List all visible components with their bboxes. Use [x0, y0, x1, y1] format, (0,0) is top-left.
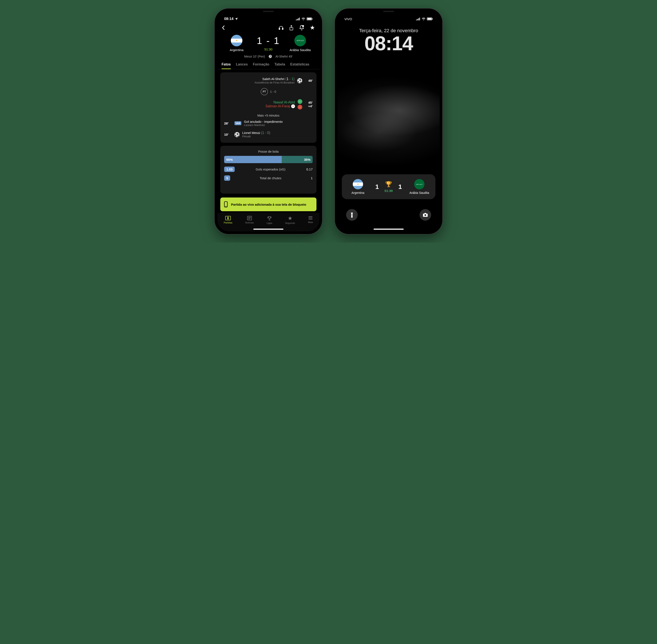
nav-matches-label: Partidas	[224, 221, 232, 224]
away-team[interactable]: لا إله إلا الله Arábia Saudita	[287, 35, 313, 52]
argentina-flag-icon	[231, 35, 243, 46]
timeline-var[interactable]: 28' VAR Gol anulado - impedimento Lautar…	[224, 119, 313, 128]
ball-icon	[234, 132, 240, 137]
nav-following[interactable]: Seguindo	[285, 216, 295, 224]
location-icon	[235, 17, 238, 21]
svg-rect-6	[312, 18, 312, 20]
notch	[251, 8, 286, 16]
possession-home: 65%	[224, 156, 282, 163]
audio-icon[interactable]	[278, 25, 284, 30]
camera-button[interactable]	[420, 209, 431, 221]
sub-out-icon: →	[298, 105, 302, 110]
svg-rect-1	[297, 19, 298, 20]
match-clock: 51:30	[264, 47, 272, 51]
xg-away: 0.17	[307, 167, 313, 171]
svg-text:+: +	[303, 26, 303, 27]
injury-icon: +	[291, 104, 295, 108]
stat-shots-row: 5 Total de chutes 1	[224, 176, 313, 181]
notch	[371, 8, 406, 16]
halftime-badge: PT	[260, 88, 268, 95]
status-carrier: VIVO	[344, 17, 352, 21]
favorite-icon[interactable]	[310, 25, 315, 30]
svg-rect-34	[425, 213, 426, 214]
goal-home-note: Pênalti	[242, 135, 270, 138]
goal-away-time: 49'	[305, 79, 313, 83]
back-button[interactable]	[222, 25, 225, 30]
timeline-goal-away[interactable]: Saleh Al-Shehri (1 - 1) Assistência de F…	[224, 76, 313, 85]
scoreboard: Argentina 1 - 1 51:30 لا إله إلا الله Ar…	[217, 32, 319, 52]
ball-icon: ⚽	[268, 55, 272, 58]
away-team-name: Arábia Saudita	[290, 48, 311, 52]
nav-more[interactable]: Mais	[308, 216, 313, 224]
app-screen: 08:14 + Argentina	[217, 11, 319, 231]
nav-news[interactable]: Notícias	[245, 216, 254, 224]
xg-label: Gols esperados (xG)	[256, 167, 285, 171]
svg-point-31	[352, 214, 352, 215]
lockscreen-toast[interactable]: Partida ao vivo adicionada à sua tela de…	[220, 198, 316, 211]
possession-away: 35%	[282, 156, 313, 163]
match-tabs: Fatos Lances Formação Tabela Estatística…	[217, 60, 319, 69]
halftime-score: 1 - 0	[270, 90, 276, 93]
flashlight-button[interactable]	[346, 209, 358, 221]
app-header: +	[217, 23, 319, 32]
scorers-away: Al-Shehri 49'	[275, 55, 293, 58]
lock-time: 08:14	[338, 33, 440, 53]
svg-rect-7	[279, 28, 280, 30]
scorers-summary: Messi 10' (Pen) ⚽ Al-Shehri 49'	[217, 52, 319, 60]
tab-facts[interactable]: Fatos	[222, 63, 231, 69]
sub-in-time: 45'	[305, 101, 313, 104]
widget-away-score: 1	[398, 183, 402, 190]
phone-left: 08:14 + Argentina	[215, 8, 322, 234]
tab-table[interactable]: Tabela	[274, 63, 285, 69]
var-title: Gol anulado - impedimento	[244, 120, 282, 123]
widget-home-score: 1	[375, 183, 379, 190]
live-activity-widget[interactable]: Argentina 1 🏆 51:39 1 لا إله إلا الله Ar…	[342, 174, 435, 199]
notification-icon[interactable]: +	[299, 25, 304, 30]
svg-rect-27	[419, 18, 420, 20]
nav-matches[interactable]: Partidas	[224, 216, 232, 224]
saudi-arabia-flag-icon: لا إله إلا الله	[414, 179, 425, 189]
svg-rect-13	[225, 206, 227, 207]
timeline-goal-home[interactable]: 10' Lionel Messi (1 - 0) Pênalti	[224, 130, 313, 139]
var-badge: VAR	[234, 121, 241, 125]
bottom-nav: Partidas Notícias Ligas Seguindo Mais	[217, 213, 319, 231]
share-icon[interactable]	[289, 25, 294, 30]
svg-rect-8	[282, 28, 283, 30]
possession-title: Posse de bola	[224, 150, 313, 153]
tab-lineup[interactable]: Formação	[253, 63, 269, 69]
var-player: Lautaro Martinez	[244, 123, 282, 127]
scorers-home: Messi 10' (Pen)	[244, 55, 265, 58]
argentina-flag-icon	[353, 179, 363, 189]
signal-icon	[296, 17, 300, 20]
shots-label: Total de chutes	[260, 176, 281, 180]
stat-xg-row: 1.03 Gols esperados (xG) 0.17	[224, 167, 313, 172]
goal-away-player: Saleh Al-Shehri	[262, 77, 284, 81]
svg-rect-24	[416, 20, 417, 20]
xg-home: 1.03	[224, 167, 235, 172]
score-display: 1 - 1	[257, 36, 280, 46]
goal-away-assist: Assistência de Firas Al-Buraikan	[255, 81, 295, 84]
tab-stats[interactable]: Estatísticas	[290, 63, 310, 69]
widget-home-name: Argentina	[352, 191, 364, 194]
saudi-arabia-flag-icon: لا إله إلا الله	[294, 35, 306, 46]
tab-plays[interactable]: Lances	[236, 63, 248, 69]
svg-point-33	[425, 214, 426, 216]
home-indicator[interactable]	[373, 229, 404, 230]
nav-more-label: Mais	[308, 221, 313, 224]
timeline-sub[interactable]: Nawaf Al-Abid Salman Al-Faraj + ← → 45' …	[224, 98, 313, 110]
widget-home-team: Argentina	[346, 179, 370, 194]
svg-rect-29	[428, 18, 432, 20]
sub-in-icon: ←	[298, 99, 302, 104]
widget-clock: 51:39	[385, 189, 393, 192]
shots-home: 5	[224, 176, 230, 181]
home-team[interactable]: Argentina	[224, 35, 249, 52]
timeline-card: Saleh Al-Shehri (1 - 1) Assistência de F…	[220, 72, 316, 143]
svg-rect-3	[299, 18, 300, 20]
home-team-name: Argentina	[230, 48, 244, 52]
nav-leagues-label: Ligas	[267, 222, 272, 224]
nav-following-label: Seguindo	[285, 222, 295, 224]
wifi-icon	[301, 17, 305, 20]
nav-leagues[interactable]: Ligas	[267, 216, 272, 224]
home-indicator[interactable]	[253, 229, 284, 230]
toast-text: Partida ao vivo adicionada à sua tela de…	[231, 203, 306, 206]
